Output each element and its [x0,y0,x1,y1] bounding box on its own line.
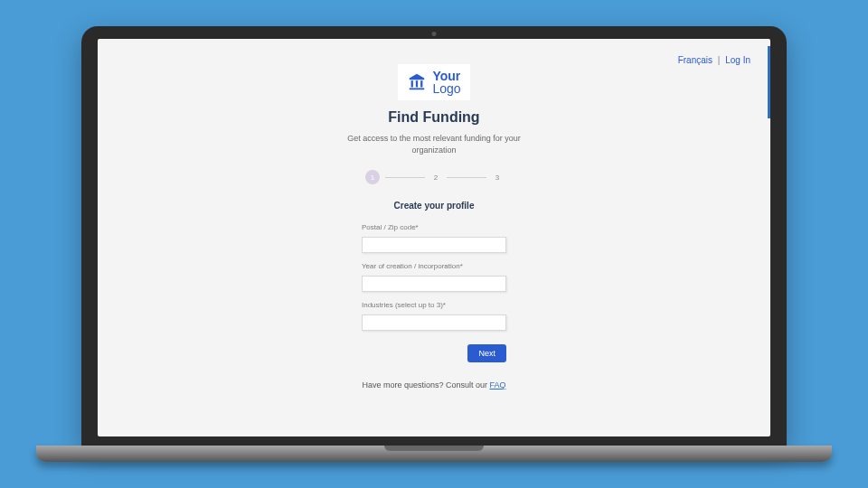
postal-input[interactable] [362,237,506,253]
svg-rect-0 [411,80,413,87]
step-3: 3 [492,174,503,182]
logo-line1: Your [432,70,460,82]
profile-form: Postal / Zip code* Year of creation / in… [362,223,506,362]
step-connector [385,177,425,178]
scrollbar-hint [768,46,770,118]
laptop-base [36,446,832,462]
step-1-active: 1 [365,170,380,184]
next-button[interactable]: Next [467,344,506,362]
faq-link[interactable]: FAQ [490,380,506,389]
page-title: Find Funding [289,109,579,126]
bank-icon [407,72,427,92]
year-label: Year of creation / incorporation* [362,262,506,270]
svg-rect-1 [416,80,418,87]
industries-input[interactable] [362,314,506,331]
industries-label: Industries (select up to 3)* [362,301,506,309]
progress-stepper: 1 2 3 [289,170,579,184]
faq-prefix: Have more questions? Consult our [362,380,489,389]
year-input[interactable] [362,276,506,292]
logo-text: Your Logo [432,70,460,95]
form-section-title: Create your profile [289,201,579,211]
step-connector [447,177,486,178]
faq-footer: Have more questions? Consult our FAQ [289,380,579,389]
svg-rect-3 [410,88,425,89]
language-link[interactable]: Français [678,55,712,65]
camera-icon [432,32,437,36]
postal-label: Postal / Zip code* [362,223,506,231]
laptop-screen-bezel: Français | Log In [81,26,787,446]
page-subtitle: Get access to the most relevant funding … [335,133,533,155]
app-viewport: Français | Log In [98,39,770,436]
laptop-hinge-notch [384,446,484,451]
logo-line2: Logo [432,82,460,95]
logo: Your Logo [398,64,469,100]
main-column: Your Logo Find Funding Get access to the… [289,39,579,389]
login-link[interactable]: Log In [725,55,750,65]
form-actions: Next [362,343,506,362]
laptop-frame: Français | Log In [81,26,787,462]
svg-rect-2 [421,80,423,87]
step-2: 2 [430,174,441,182]
header-links: Français | Log In [678,55,750,65]
separator: | [718,55,721,65]
